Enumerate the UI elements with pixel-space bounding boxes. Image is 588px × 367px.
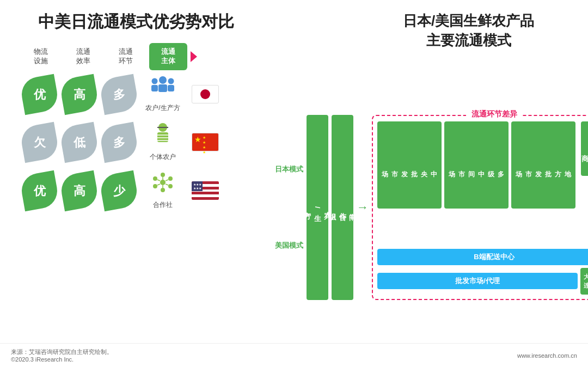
icon-label-farmer: 个体农户 — [150, 152, 176, 162]
table-row-china: 欠 低 多 — [22, 123, 256, 162]
bottom-blue-rows: B端配送中心 批发市场/代理 大型超市 连锁零售 — [377, 249, 588, 295]
svg-point-16 — [168, 176, 173, 181]
icon-label-cooperative: 合作社 — [153, 200, 173, 210]
main-flow-box: 流通环节差异 中央批发市场 多级中间市场 地方批发市场 — [372, 115, 588, 300]
col-header-logistics: 物流设施 — [22, 43, 60, 70]
usa-flag: ★★★★★★ — [192, 181, 219, 200]
cooperative-icon — [151, 172, 175, 198]
farmer-icon — [152, 123, 174, 150]
japan-mode-label: 日本模式 — [275, 164, 303, 174]
top-green-row: 中央批发市场 多级中间市场 地方批发市场 零售商 — [377, 121, 588, 246]
right-title: 日本/美国生鲜农产品 主要流通模式 — [275, 11, 588, 51]
supermarket-box: 大型超市 连锁零售 — [580, 268, 588, 295]
col-header-subject: 流通主体 — [149, 43, 187, 70]
left-title: 中美日流通模式优劣势对比 — [16, 11, 256, 32]
usa-canton: ★★★★★★ — [192, 181, 203, 191]
flag-usa: ★★★★★★ — [189, 181, 222, 200]
channel-local: 地方批发市场 — [511, 121, 575, 209]
flag-china: ★ ★ ★ ★ ★ — [189, 133, 222, 151]
badge-gao-1: 高 — [59, 74, 100, 114]
icon-agriculture: 农户/生产方 — [141, 76, 185, 113]
svg-rect-5 — [168, 85, 174, 91]
svg-point-4 — [168, 78, 174, 84]
badge-di-2: 低 — [59, 121, 100, 162]
right-title-line1: 日本/美国生鲜农产品 — [403, 13, 534, 29]
table-row-japan: 优 高 多 — [22, 76, 256, 113]
middle-org-box: 中间合作组织 — [332, 115, 353, 300]
svg-line-22 — [166, 180, 168, 181]
col-header-efficiency: 流通效率 — [64, 43, 102, 70]
badge-gao-3: 高 — [59, 170, 100, 211]
svg-point-14 — [161, 188, 165, 192]
retailer-box: 零售商 — [581, 121, 588, 176]
svg-point-18 — [168, 184, 173, 188]
svg-point-12 — [160, 180, 166, 185]
svg-point-13 — [161, 173, 165, 177]
svg-line-21 — [157, 180, 160, 181]
mode-side-labels: 日本模式 美国模式 — [275, 115, 303, 300]
right-section: 日本/美国生鲜农产品 主要流通模式 日本模式 美国模式 农户/生产方 中间合作组… — [272, 5, 588, 362]
japan-flag-circle — [200, 89, 210, 99]
badge-you-1: 优 — [19, 74, 60, 114]
stripe-7 — [192, 197, 219, 200]
china-flag: ★ ★ ★ ★ ★ — [192, 133, 219, 151]
footer-source-text: 来源：艾瑞咨询研究院自主研究绘制。 — [11, 348, 113, 356]
arrow-1: → — [357, 200, 369, 215]
footer: 来源：艾瑞咨询研究院自主研究绘制。 ©2020.3 iResearch Inc.… — [0, 343, 588, 367]
japan-flag — [192, 85, 219, 103]
flow-diagram-wrapper: 日本模式 美国模式 农户/生产方 中间合作组织 → 流通环节差异 — [275, 59, 588, 356]
footer-source: 来源：艾瑞咨询研究院自主研究绘制。 ©2020.3 iResearch Inc. — [11, 348, 113, 363]
col-header-links: 流通环节 — [107, 43, 145, 70]
badge-shao-3: 少 — [99, 170, 139, 211]
svg-line-23 — [157, 184, 160, 185]
svg-point-15 — [153, 176, 157, 181]
table-row-usa: 优 高 少 — [22, 172, 256, 210]
usa-mode-label: 美国模式 — [275, 241, 303, 250]
svg-line-24 — [166, 184, 168, 185]
column-headers: 物流设施 流通效率 流通环节 流通主体 — [22, 43, 256, 70]
channel-central: 中央批发市场 — [377, 121, 442, 209]
b-center-box: B端配送中心 — [377, 249, 588, 265]
left-section: 中美日流通模式优劣势对比 物流设施 流通效率 流通环节 流通主体 优 高 多 — [11, 5, 261, 362]
flag-japan — [189, 85, 222, 103]
producer-box: 农户/生产方 — [307, 115, 328, 300]
footer-website: www.iresearch.com.cn — [517, 352, 577, 359]
flow-outer-label: 流通环节差异 — [466, 109, 523, 119]
icon-farmer: 个体农户 — [141, 123, 185, 162]
badge-you-3: 优 — [19, 170, 60, 211]
footer-copyright: ©2020.3 iResearch Inc. — [11, 356, 113, 363]
badge-duo-1: 多 — [99, 74, 139, 114]
badge-qian-2: 欠 — [19, 121, 60, 162]
right-title-line2: 主要流通模式 — [426, 32, 511, 48]
svg-rect-3 — [151, 85, 158, 91]
icon-label-agriculture: 农户/生产方 — [145, 103, 180, 113]
producer-column: 农户/生产方 中间合作组织 — [307, 115, 353, 300]
table-rows: 优 高 多 — [22, 76, 256, 210]
svg-rect-1 — [158, 84, 167, 92]
main-container: 中美日流通模式优劣势对比 物流设施 流通效率 流通环节 流通主体 优 高 多 — [0, 0, 588, 367]
channel-multilevel: 多级中间市场 — [444, 121, 509, 209]
agriculture-icon — [149, 76, 176, 101]
svg-point-0 — [159, 76, 167, 84]
svg-point-2 — [152, 78, 158, 84]
icon-cooperative: 合作社 — [141, 172, 185, 210]
badge-duo-2: 多 — [99, 121, 139, 162]
wholesale-box: 批发市场/代理 — [377, 273, 578, 289]
china-star: ★ — [194, 135, 201, 144]
svg-point-17 — [153, 184, 157, 188]
